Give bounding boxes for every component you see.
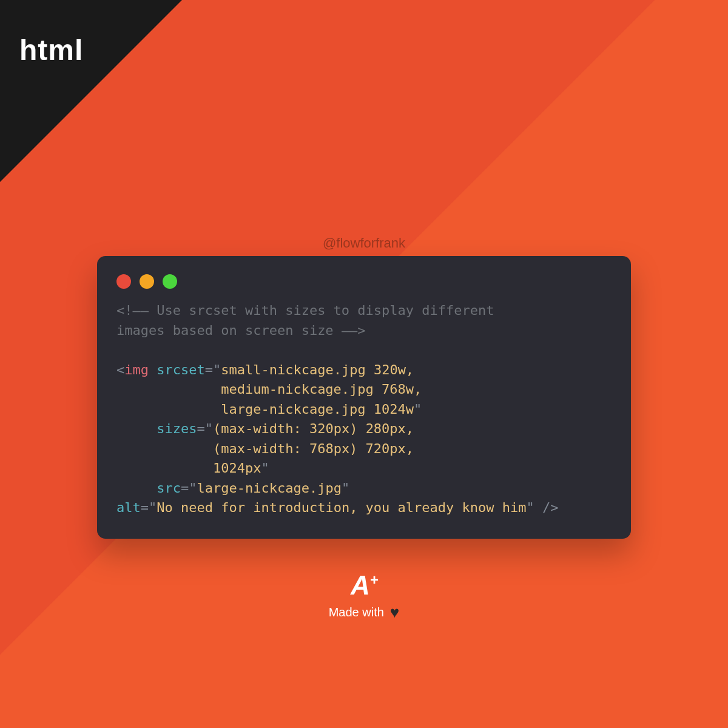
sizes-value-1: (max-width: 320px) 280px, [213,421,414,436]
comment-text: Use srcset with sizes to display differe… [116,303,494,338]
attr-srcset: srcset [157,362,204,377]
made-with: Made with ♥ [329,604,400,620]
angle-bracket: < [116,362,124,377]
code-block: <!—— Use srcset with sizes to display di… [116,301,612,518]
attr-sizes: sizes [157,421,197,436]
alt-value: No need for introduction, you already kn… [157,500,526,515]
window-minimize-dot [140,274,154,289]
src-value: large-nickcage.jpg [197,480,341,496]
window-maximize-dot [163,274,177,289]
quote: " [149,500,157,515]
quote: " [527,500,534,515]
window-close-dot [116,274,131,289]
srcset-value-3: large-nickcage.jpg 1024w [221,402,414,417]
quote: " [189,480,197,496]
quote: " [261,460,269,476]
logo-plus: + [370,571,377,588]
corner-triangle [0,0,182,182]
made-text: Made with [329,605,384,619]
equals: = [205,362,213,377]
equals: = [181,480,189,496]
quote: " [213,362,221,377]
comment-open: <!—— [116,303,149,318]
attr-alt: alt [116,500,141,515]
author-handle: @flowforfrank [323,235,405,251]
quote: " [205,421,213,436]
logo-letter: A [351,570,369,601]
heart-icon: ♥ [390,604,399,620]
srcset-value-1: small-nickcage.jpg 320w, [221,362,414,377]
quote: " [342,480,349,496]
srcset-value-2: medium-nickcage.jpg 768w, [221,382,422,397]
code-window: <!—— Use srcset with sizes to display di… [97,256,631,539]
corner-label: html [19,33,83,67]
traffic-lights [116,274,612,289]
tag-name: img [124,362,149,377]
equals: = [141,500,149,515]
attr-src: src [157,480,181,496]
quote: " [414,402,422,417]
logo: A+ [351,570,377,601]
sizes-value-3: 1024px [213,460,261,476]
self-close: /> [534,500,559,515]
footer: A+ Made with ♥ [329,570,400,620]
sizes-value-2: (max-width: 768px) 720px, [213,441,414,456]
comment-close: ——> [342,323,366,338]
equals: = [197,421,204,436]
